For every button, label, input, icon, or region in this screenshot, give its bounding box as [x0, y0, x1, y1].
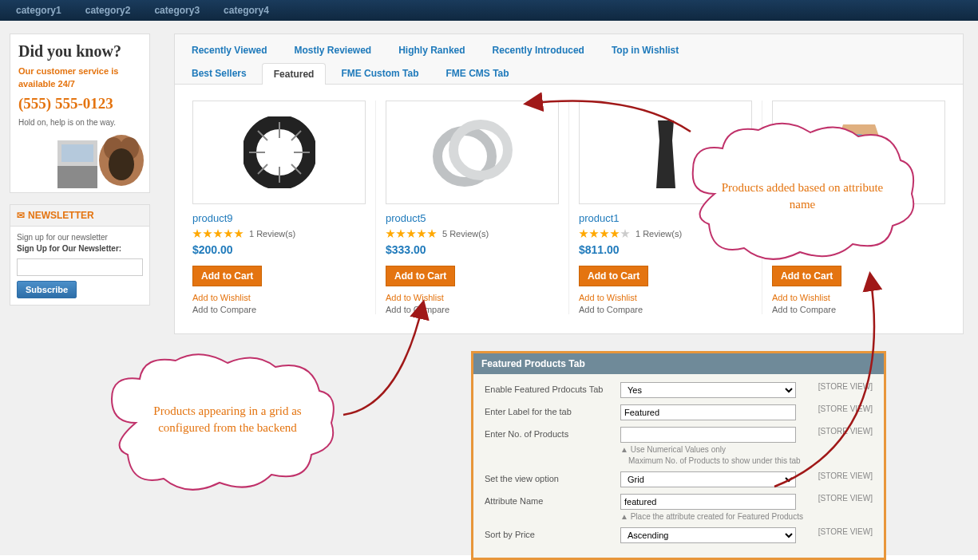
star-rating [192, 229, 244, 239]
star-rating [579, 229, 631, 239]
newsletter-box: ✉ NEWSLETTER Sign up for our newsletter … [10, 204, 150, 306]
dog-laptop-image [53, 120, 149, 192]
admin-sort-select[interactable]: Ascending [620, 527, 796, 543]
tab-highly-ranked[interactable]: Highly Ranked [386, 39, 477, 61]
add-to-cart-button[interactable]: Add to Cart [579, 266, 648, 286]
tab-best-sellers[interactable]: Best Sellers [180, 62, 259, 84]
dyk-title: Did you know? [18, 42, 141, 61]
star-rating [386, 229, 438, 239]
add-to-compare-link[interactable]: Add to Compare [192, 305, 366, 314]
dyk-subtitle: Our customer service is available 24/7 [18, 65, 141, 90]
admin-attr-input[interactable] [620, 494, 796, 510]
product-image[interactable] [386, 101, 559, 204]
add-to-cart-button[interactable]: Add to Cart [386, 266, 455, 286]
add-to-compare-link[interactable]: Add to Compare [772, 305, 945, 314]
admin-num-input[interactable] [620, 427, 796, 443]
add-to-wishlist-link[interactable]: Add to Wishlist [192, 293, 366, 302]
admin-scope: [STORE VIEW] [818, 427, 873, 436]
product-price: $200.00 [192, 243, 366, 256]
admin-num-label: Enter No. of Products [485, 427, 620, 439]
admin-enable-select[interactable]: Yes [620, 382, 796, 398]
add-to-cart-button[interactable]: Add to Cart [192, 266, 262, 286]
admin-scope: [STORE VIEW] [818, 404, 873, 413]
admin-view-label: Set the view option [485, 471, 620, 483]
product-card: product9 1 Review(s) $200.00 Add to Cart… [183, 101, 376, 314]
add-to-compare-link[interactable]: Add to Compare [579, 305, 752, 314]
admin-num-hint2: Maximum No. of Products to show under th… [628, 456, 814, 465]
admin-view-select[interactable]: Grid [620, 471, 796, 487]
admin-featured-tab-config: Featured Products Tab Enable Featured Pr… [471, 351, 886, 555]
product-card: product5 5 Review(s) $333.00 Add to Cart… [376, 101, 569, 314]
review-count[interactable]: 1 Review(s) [249, 229, 295, 239]
tab-fme-custom[interactable]: FME Custom Tab [329, 62, 430, 84]
add-to-wishlist-link[interactable]: Add to Wishlist [386, 293, 559, 302]
tab-featured[interactable]: Featured [262, 63, 327, 85]
newsletter-label: Sign Up for Our Newsletter: [17, 244, 143, 253]
admin-num-hint1: ▲ Use Numerical Values only [620, 445, 814, 454]
review-count[interactable]: 1 Review(s) [636, 229, 682, 239]
admin-config-title: Featured Products Tab [473, 353, 884, 374]
product-image[interactable] [192, 101, 366, 204]
nav-category2[interactable]: category2 [85, 5, 131, 16]
admin-scope: [STORE VIEW] [818, 527, 873, 536]
nav-category3[interactable]: category3 [154, 5, 200, 16]
callout-text-2: Products added based on attribute name [719, 179, 886, 213]
newsletter-icon: ✉ [17, 210, 25, 221]
add-to-compare-link[interactable]: Add to Compare [386, 305, 559, 314]
dyk-phone: (555) 555-0123 [18, 95, 141, 112]
product-name[interactable]: product5 [386, 212, 559, 224]
product-name[interactable]: product9 [192, 212, 366, 224]
newsletter-input[interactable] [17, 258, 143, 276]
admin-scope: [STORE VIEW] [818, 494, 873, 503]
admin-enable-label: Enable Featured Prdocuts Tab [485, 382, 620, 394]
callout-text-1: Products appearing in a grid as configur… [144, 403, 311, 436]
nav-category1[interactable]: category1 [16, 5, 61, 16]
tab-recently-viewed[interactable]: Recently Viewed [180, 39, 279, 61]
admin-tablabel-label: Enter Label for the tab [485, 404, 620, 416]
nav-category4[interactable]: category4 [224, 5, 269, 16]
subscribe-button[interactable]: Subscribe [17, 281, 77, 298]
top-nav: category1 category2 category3 category4 [0, 0, 978, 21]
tab-recently-introduced[interactable]: Recently Introduced [481, 39, 596, 61]
product-price: $333.00 [386, 243, 559, 256]
tab-bar: Recently Viewed Mostly Reviewed Highly R… [175, 34, 963, 85]
admin-sort-label: Sort by Price [485, 527, 620, 539]
tab-top-wishlist[interactable]: Top in Wishlist [600, 39, 691, 61]
svg-point-6 [109, 148, 134, 180]
admin-scope: [STORE VIEW] [818, 471, 873, 480]
admin-attr-hint: ▲ Place the attribute created for Featur… [620, 512, 814, 521]
newsletter-intro: Sign up for our newsletter [17, 233, 143, 242]
review-count[interactable]: 5 Review(s) [442, 229, 489, 239]
tab-fme-cms[interactable]: FME CMS Tab [434, 62, 521, 84]
admin-tablabel-input[interactable] [620, 404, 796, 420]
admin-attr-label: Attribute Name [485, 494, 620, 506]
svg-rect-0 [57, 164, 97, 188]
did-you-know-box: Did you know? Our customer service is av… [10, 34, 150, 193]
add-to-wishlist-link[interactable]: Add to Wishlist [772, 293, 945, 302]
add-to-wishlist-link[interactable]: Add to Wishlist [579, 293, 752, 302]
newsletter-title: NEWSLETTER [28, 210, 94, 221]
svg-rect-2 [61, 144, 93, 162]
tab-mostly-reviewed[interactable]: Mostly Reviewed [283, 39, 384, 61]
admin-scope: [STORE VIEW] [818, 382, 873, 391]
